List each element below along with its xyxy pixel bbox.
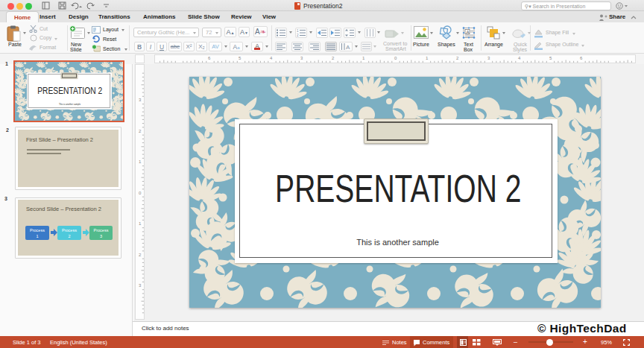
svg-text:1: 1 bbox=[297, 29, 299, 33]
svg-text:A: A bbox=[467, 30, 470, 34]
svg-text:A: A bbox=[346, 44, 350, 50]
svg-text:2: 2 bbox=[297, 34, 299, 37]
